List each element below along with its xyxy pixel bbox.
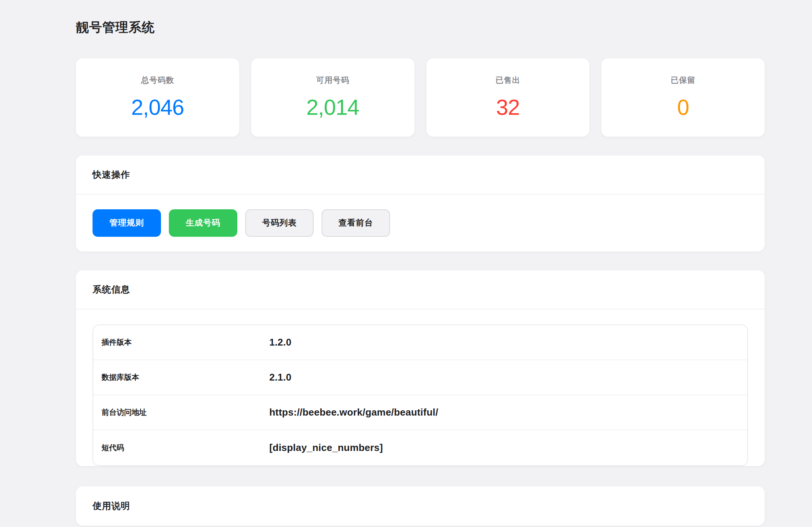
stat-label-available: 可用号码 <box>316 75 349 85</box>
quick-actions-panel: 快速操作 管理规则 生成号码 号码列表 查看前台 <box>76 155 765 251</box>
stat-label-sold: 已售出 <box>495 75 520 85</box>
row-value: 2.1.0 <box>269 372 291 383</box>
usage-panel: 使用说明 <box>76 486 765 525</box>
stat-card-total: 总号码数 2,046 <box>76 58 239 137</box>
row-value: 1.2.0 <box>269 337 291 348</box>
number-list-button[interactable]: 号码列表 <box>245 209 314 237</box>
stat-card-reserved: 已保留 0 <box>601 58 765 137</box>
usage-header: 使用说明 <box>76 486 765 525</box>
table-row-shortcode: 短代码 [display_nice_numbers] <box>93 430 747 465</box>
stat-label-reserved: 已保留 <box>671 75 695 85</box>
frontend-url-value: https://beebee.work/game/beautiful/ <box>269 407 438 418</box>
stats-row: 总号码数 2,046 可用号码 2,014 已售出 32 已保留 0 <box>76 58 765 137</box>
shortcode-value: [display_nice_numbers] <box>269 442 383 454</box>
row-label: 插件版本 <box>102 337 269 347</box>
quick-actions-header: 快速操作 <box>76 155 765 195</box>
table-row-plugin-version: 插件版本 1.2.0 <box>93 325 747 360</box>
stat-label-total: 总号码数 <box>141 75 174 85</box>
row-label: 短代码 <box>102 443 269 453</box>
stat-value-total: 2,046 <box>131 94 184 120</box>
stat-value-available: 2,014 <box>307 94 359 120</box>
system-info-panel: 系统信息 插件版本 1.2.0 数据库版本 2.1.0 前台访问地址 https… <box>76 270 765 466</box>
stat-card-sold: 已售出 32 <box>426 58 590 137</box>
system-info-header: 系统信息 <box>76 270 765 309</box>
system-info-table: 插件版本 1.2.0 数据库版本 2.1.0 前台访问地址 https://be… <box>93 324 748 466</box>
view-frontend-button[interactable]: 查看前台 <box>322 209 390 237</box>
quick-actions-buttons: 管理规则 生成号码 号码列表 查看前台 <box>76 195 765 251</box>
generate-numbers-button[interactable]: 生成号码 <box>169 209 237 237</box>
stat-card-available: 可用号码 2,014 <box>251 58 414 137</box>
manage-rules-button[interactable]: 管理规则 <box>93 209 161 237</box>
row-label: 前台访问地址 <box>102 407 269 417</box>
table-row-db-version: 数据库版本 2.1.0 <box>93 360 747 395</box>
page-container: 靓号管理系统 总号码数 2,046 可用号码 2,014 已售出 32 已保留 … <box>76 0 765 525</box>
stat-value-sold: 32 <box>496 94 520 120</box>
page-title: 靓号管理系统 <box>76 0 765 35</box>
row-label: 数据库版本 <box>102 372 269 382</box>
table-row-frontend-url: 前台访问地址 https://beebee.work/game/beautifu… <box>93 395 747 430</box>
stat-value-reserved: 0 <box>677 94 689 120</box>
